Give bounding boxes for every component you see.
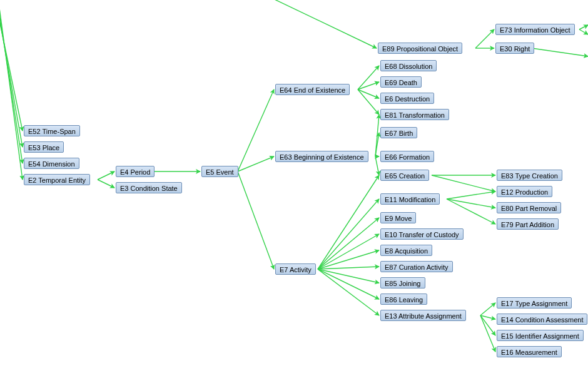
node-e87[interactable]: E87 Curation Activity — [380, 261, 453, 272]
svg-line-11 — [358, 66, 379, 89]
svg-line-19 — [318, 175, 379, 269]
node-e7[interactable]: E7 Activity — [275, 263, 316, 275]
node-e9[interactable]: E9 Move — [380, 212, 416, 223]
node-e17[interactable]: E17 Type Assignment — [497, 297, 572, 309]
node-e10[interactable]: E10 Transfer of Custody — [380, 228, 464, 240]
node-e6[interactable]: E6 Destruction — [380, 93, 434, 104]
svg-line-39 — [579, 25, 588, 29]
node-e89[interactable]: E89 Propositional Object — [378, 43, 462, 54]
svg-line-6 — [98, 180, 114, 188]
svg-line-4 — [263, 0, 377, 48]
svg-line-22 — [318, 234, 379, 269]
svg-line-40 — [579, 29, 588, 34]
svg-line-41 — [532, 48, 588, 56]
node-e66[interactable]: E66 Formation — [380, 151, 434, 162]
svg-line-34 — [480, 315, 495, 319]
svg-line-18 — [375, 156, 379, 175]
node-e63[interactable]: E63 Beginning of Existence — [275, 151, 368, 162]
svg-line-1 — [0, 0, 23, 147]
diagram-canvas: E52 Time-Span E53 Place E54 Dimension E2… — [0, 0, 588, 383]
node-e85[interactable]: E85 Joining — [380, 277, 425, 289]
svg-line-33 — [480, 303, 495, 315]
svg-line-10 — [238, 171, 274, 269]
svg-line-14 — [358, 89, 379, 115]
node-e73[interactable]: E73 Information Object — [495, 24, 575, 35]
svg-line-32 — [447, 199, 495, 224]
node-e69[interactable]: E69 Death — [380, 76, 422, 88]
svg-line-25 — [318, 269, 379, 283]
node-e64[interactable]: E64 End of Existence — [275, 84, 350, 95]
svg-line-31 — [447, 199, 495, 208]
svg-line-23 — [318, 250, 379, 269]
node-e13[interactable]: E13 Attribute Assignment — [380, 310, 466, 321]
node-e67[interactable]: E67 Birth — [380, 127, 417, 138]
node-e16[interactable]: E16 Measurement — [497, 346, 562, 357]
svg-line-30 — [447, 192, 495, 199]
svg-line-9 — [238, 156, 274, 171]
node-e65[interactable]: E65 Creation — [380, 170, 429, 181]
svg-line-20 — [318, 199, 379, 269]
svg-line-15 — [375, 115, 379, 156]
svg-line-24 — [318, 267, 379, 269]
svg-line-12 — [358, 82, 379, 89]
node-e12[interactable]: E12 Production — [497, 186, 552, 197]
node-e79[interactable]: E79 Part Addition — [497, 218, 559, 230]
svg-line-35 — [480, 315, 495, 335]
svg-line-37 — [475, 29, 494, 48]
node-e2[interactable]: E2 Temporal Entity — [24, 174, 90, 185]
node-e15[interactable]: E15 Identifier Assignment — [497, 330, 584, 341]
node-e11[interactable]: E11 Modification — [380, 193, 440, 205]
node-e52[interactable]: E52 Time-Span — [24, 125, 80, 136]
svg-line-3 — [0, 0, 23, 180]
svg-line-29 — [432, 175, 495, 192]
node-e68[interactable]: E68 Dissolution — [380, 60, 437, 71]
node-e14[interactable]: E14 Condition Assessment — [497, 314, 587, 325]
node-e4[interactable]: E4 Period — [116, 166, 155, 177]
node-e81[interactable]: E81 Transformation — [380, 109, 449, 120]
svg-line-21 — [318, 218, 379, 269]
node-e3[interactable]: E3 Condition State — [116, 182, 182, 193]
svg-line-0 — [0, 0, 23, 131]
svg-line-5 — [98, 171, 114, 180]
svg-line-16 — [375, 133, 379, 156]
svg-line-2 — [0, 0, 23, 163]
node-e30[interactable]: E30 Right — [495, 43, 534, 54]
node-e86[interactable]: E86 Leaving — [380, 294, 427, 305]
svg-line-27 — [318, 269, 379, 315]
svg-line-8 — [238, 89, 274, 171]
svg-line-36 — [480, 315, 495, 352]
node-e83[interactable]: E83 Type Creation — [497, 170, 562, 181]
svg-line-26 — [318, 269, 379, 299]
node-e5[interactable]: E5 Event — [201, 166, 238, 177]
node-e8[interactable]: E8 Acquisition — [380, 245, 432, 256]
node-e80[interactable]: E80 Part Removal — [497, 202, 561, 213]
svg-line-13 — [358, 89, 379, 98]
node-e54[interactable]: E54 Dimension — [24, 158, 79, 169]
node-e53[interactable]: E53 Place — [24, 141, 64, 153]
